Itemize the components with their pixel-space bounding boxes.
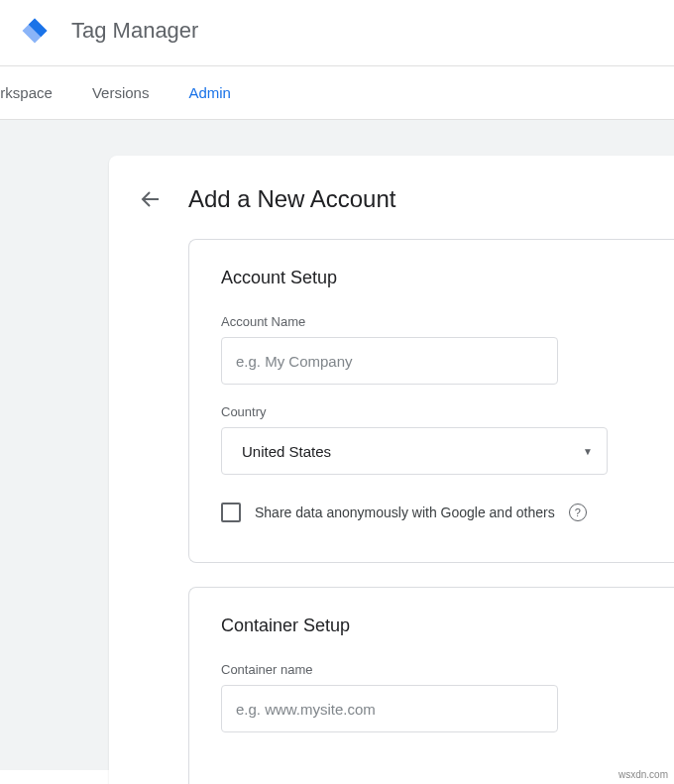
- back-arrow-icon[interactable]: [139, 187, 163, 211]
- watermark: wsxdn.com: [618, 769, 668, 780]
- account-setup-card: Account Setup Account Name Country Unite…: [188, 239, 674, 563]
- content-area: Add a New Account Account Setup Account …: [0, 120, 674, 770]
- panel-header: Add a New Account: [109, 185, 674, 239]
- account-setup-heading: Account Setup: [221, 268, 642, 288]
- share-data-row: Share data anonymously with Google and o…: [221, 503, 642, 522]
- add-account-panel: Add a New Account Account Setup Account …: [109, 156, 674, 784]
- share-data-checkbox[interactable]: [221, 503, 241, 522]
- container-name-label: Container name: [221, 662, 642, 677]
- tag-manager-logo-icon: [20, 16, 50, 46]
- country-label: Country: [221, 404, 642, 419]
- country-value: United States: [242, 443, 331, 460]
- app-header: Tag Manager: [0, 0, 674, 66]
- country-select[interactable]: United States ▼: [221, 427, 608, 475]
- container-setup-card: Container Setup Container name: [188, 587, 674, 784]
- tab-workspace[interactable]: orkspace: [0, 66, 53, 119]
- share-data-label: Share data anonymously with Google and o…: [255, 504, 555, 520]
- account-name-input[interactable]: [221, 337, 558, 385]
- tab-admin[interactable]: Admin: [188, 66, 231, 119]
- panel-title: Add a New Account: [188, 185, 395, 213]
- account-name-label: Account Name: [221, 314, 642, 329]
- svg-point-2: [31, 34, 39, 42]
- chevron-down-icon: ▼: [583, 446, 593, 457]
- container-setup-heading: Container Setup: [221, 616, 642, 636]
- help-icon[interactable]: ?: [569, 504, 587, 521]
- app-title: Tag Manager: [71, 18, 198, 44]
- container-name-input[interactable]: [221, 685, 558, 732]
- tab-versions[interactable]: Versions: [92, 66, 150, 119]
- nav-tabs: orkspace Versions Admin: [0, 66, 674, 120]
